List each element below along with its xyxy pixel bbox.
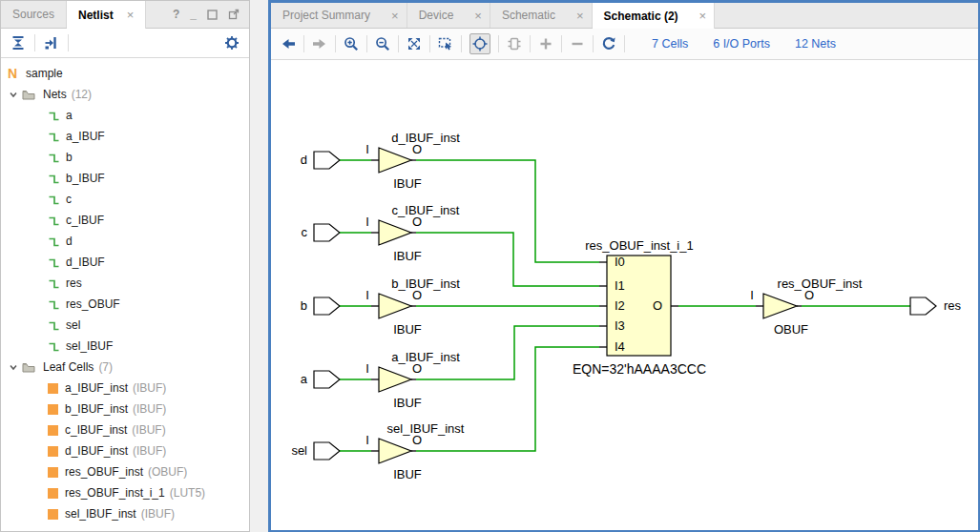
- net-name: c: [66, 193, 72, 206]
- tree-item-net[interactable]: res_OBUF: [1, 294, 249, 315]
- tab-schematic-2[interactable]: Schematic (2) ×: [593, 3, 716, 29]
- instance-label: c_IBUF_inst: [392, 203, 460, 217]
- cell-icon: [48, 446, 58, 457]
- ibuf-cell-b[interactable]: [379, 294, 411, 318]
- scroll-to-selected-icon[interactable]: [44, 35, 59, 51]
- ibuf-cell-c[interactable]: [379, 220, 411, 245]
- zoom-to-selection-icon[interactable]: [438, 36, 453, 51]
- stat-nets[interactable]: 12 Nets: [795, 37, 836, 51]
- tree-item-cell[interactable]: c_IBUF_inst (IBUF): [1, 419, 249, 440]
- input-port-b[interactable]: [314, 297, 340, 315]
- net-icon: [48, 152, 60, 164]
- close-icon[interactable]: ×: [576, 9, 584, 23]
- tab-project-summary[interactable]: Project Summary ×: [271, 3, 407, 28]
- close-icon[interactable]: ×: [474, 9, 482, 23]
- tree-group-leaf-cells[interactable]: Leaf Cells (7): [1, 357, 249, 378]
- tree-item-net[interactable]: a: [1, 105, 249, 126]
- input-port-a[interactable]: [314, 371, 340, 388]
- cell-icon: [48, 488, 58, 499]
- tree-root-sample[interactable]: N sample: [1, 63, 249, 84]
- input-port-sel[interactable]: [314, 442, 340, 460]
- tree-item-net[interactable]: a_IBUF: [1, 126, 249, 147]
- schematic-canvas[interactable]: d I O d_IBUF_inst IBUF c I: [271, 60, 978, 530]
- tab-netlist[interactable]: Netlist ×: [67, 1, 146, 29]
- zoom-out-icon[interactable]: [375, 36, 390, 51]
- collapse-all-icon[interactable]: [10, 35, 26, 51]
- ibuf-cell-sel[interactable]: [379, 439, 411, 463]
- cell-type: (IBUF): [132, 423, 165, 437]
- close-icon[interactable]: ×: [391, 9, 399, 23]
- pin-label-in: I: [365, 215, 369, 229]
- net-icon: [48, 110, 60, 122]
- tab-device[interactable]: Device ×: [407, 3, 490, 28]
- tree-item-net[interactable]: c_IBUF: [1, 210, 249, 231]
- tree-item-cell[interactable]: d_IBUF_inst (IBUF): [1, 440, 249, 461]
- float-icon[interactable]: [228, 9, 240, 20]
- help-icon[interactable]: ?: [173, 8, 179, 21]
- tab-sources[interactable]: Sources: [1, 1, 67, 28]
- tree-item-net[interactable]: d: [1, 231, 249, 252]
- toolbar-separator: [335, 35, 336, 52]
- tree-item-cell[interactable]: a_IBUF_inst (IBUF): [1, 378, 249, 399]
- netlist-toolbar: [1, 29, 249, 58]
- instance-label: b_IBUF_inst: [391, 276, 460, 291]
- tree-item-net[interactable]: b_IBUF: [1, 168, 249, 189]
- cell-icon: [48, 425, 58, 436]
- tree-item-cell[interactable]: sel_IBUF_inst (IBUF): [1, 503, 249, 524]
- output-port-res[interactable]: [910, 297, 936, 315]
- toolbar-separator: [398, 35, 399, 52]
- port-label: a: [301, 372, 308, 386]
- cell-type-label: IBUF: [393, 249, 422, 263]
- remove-icon[interactable]: [570, 36, 585, 51]
- lut-pin-i4: I4: [615, 339, 625, 354]
- net-name: res: [66, 276, 82, 290]
- obuf-cell[interactable]: [763, 294, 797, 318]
- instance-label: res_OBUF_inst: [778, 276, 863, 291]
- ibuf-cell-d[interactable]: [379, 148, 411, 173]
- stat-io-ports[interactable]: 6 I/O Ports: [713, 37, 770, 51]
- autofit-selection-button[interactable]: [469, 33, 490, 54]
- tree-item-net[interactable]: d_IBUF: [1, 252, 249, 273]
- schematic-svg[interactable]: d I O d_IBUF_inst IBUF c I: [271, 60, 978, 530]
- net-name: d: [66, 235, 73, 248]
- tree-item-net[interactable]: b: [1, 147, 249, 168]
- close-icon[interactable]: ×: [127, 8, 135, 22]
- maximize-icon[interactable]: [207, 10, 218, 20]
- zoom-in-icon[interactable]: [344, 36, 359, 51]
- regenerate-icon[interactable]: [601, 36, 616, 51]
- tree-item-cell[interactable]: b_IBUF_inst (IBUF): [1, 399, 249, 419]
- chevron-down-icon[interactable]: [9, 90, 18, 99]
- cell-type-label: IBUF: [393, 322, 422, 337]
- minimize-icon[interactable]: _: [190, 8, 197, 21]
- input-port-d[interactable]: [314, 152, 340, 169]
- back-icon[interactable]: [281, 36, 296, 51]
- close-icon[interactable]: ×: [699, 9, 707, 23]
- tree-item-net[interactable]: sel: [1, 315, 249, 336]
- nets-list: a a_IBUF b b_IBUF: [1, 105, 249, 357]
- ibuf-cell-a[interactable]: [379, 367, 411, 392]
- show-cell-icon[interactable]: [507, 36, 522, 51]
- tree-item-net[interactable]: sel_IBUF: [1, 336, 249, 357]
- input-port-c[interactable]: [314, 224, 340, 241]
- tree-item-net[interactable]: c: [1, 189, 249, 210]
- tab-label: Device: [419, 9, 454, 22]
- net-name: a: [66, 109, 73, 122]
- tab-schematic[interactable]: Schematic ×: [490, 3, 593, 28]
- instance-label: d_IBUF_inst: [391, 131, 460, 145]
- stat-cells[interactable]: 7 Cells: [652, 37, 688, 51]
- net-icon: [48, 235, 60, 248]
- tree-item-net[interactable]: res: [1, 273, 249, 294]
- cell-type-label: IBUF: [393, 396, 422, 410]
- tree-item-cell[interactable]: res_OBUF_inst (OBUF): [1, 461, 249, 482]
- tree-group-nets[interactable]: Nets (12): [1, 84, 249, 105]
- gear-icon[interactable]: [224, 35, 240, 51]
- forward-icon[interactable]: [312, 36, 327, 51]
- chevron-down-icon[interactable]: [9, 362, 18, 372]
- add-icon[interactable]: [538, 36, 553, 51]
- tree-item-cell[interactable]: res_OBUF_inst_i_1 (LUT5): [1, 482, 249, 503]
- port-label: b: [301, 298, 307, 313]
- cell-icon: [48, 467, 58, 478]
- zoom-fit-icon[interactable]: [407, 36, 422, 51]
- instance-label: res_OBUF_inst_i_1: [585, 238, 693, 253]
- lut-eqn-label: EQN=32'hAAAA3CCC: [573, 361, 706, 377]
